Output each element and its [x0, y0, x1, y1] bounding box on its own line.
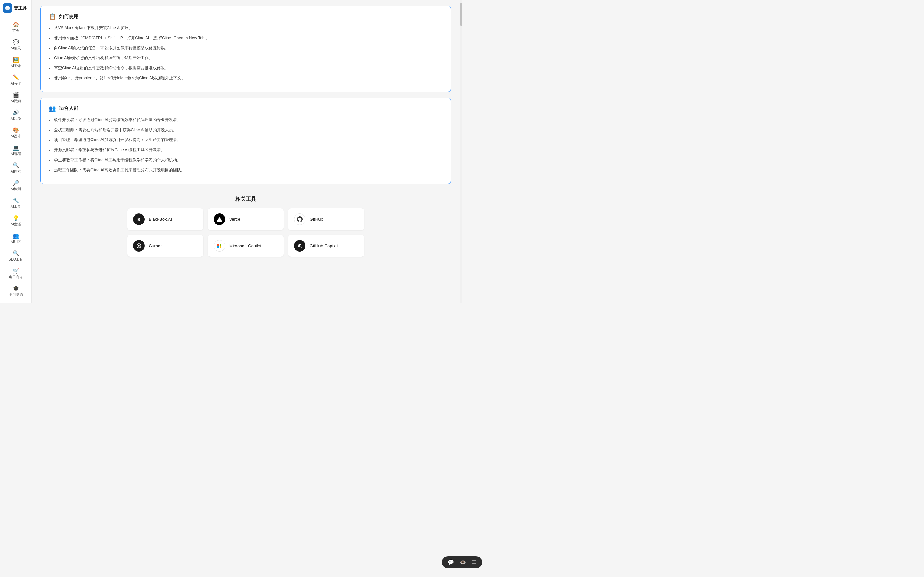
tool-name-github: GitHub: [310, 217, 323, 222]
sidebar-item-ai-image[interactable]: 🖼️ AI图像: [2, 54, 30, 71]
target-audience-list: 软件开发者：寻求通过Cline AI提高编码效率和代码质量的专业开发者。 全栈工…: [49, 116, 443, 174]
list-item: Cline AI会分析您的文件结构和源代码，然后开始工作。: [49, 55, 443, 61]
audio-icon: 🔊: [13, 110, 19, 115]
learning-icon: 🎓: [13, 286, 19, 291]
logo-icon: [3, 3, 12, 13]
sidebar-item-ai-life[interactable]: 💡 AI生活: [2, 213, 30, 230]
list-item: 审查Cline AI提出的文件更改和终端命令，根据需要批准或修改。: [49, 64, 443, 71]
scrollbar-track[interactable]: [460, 0, 462, 303]
list-item: 远程工作团队：需要Cline AI高效协作工具来管理分布式开发项目的团队。: [49, 167, 443, 174]
sidebar-item-label: AI搜索: [11, 169, 21, 174]
tool-logo-github: [294, 213, 305, 225]
sidebar-item-home[interactable]: 🏠 首页: [2, 19, 30, 36]
list-item: 从VS Marketplace下载并安装Cline AI扩展。: [49, 24, 443, 31]
svg-rect-8: [215, 242, 223, 250]
home-icon: 🏠: [13, 22, 19, 27]
how-to-use-list: 从VS Marketplace下载并安装Cline AI扩展。 使用命令面板（C…: [49, 24, 443, 82]
tool-card-github-copilot[interactable]: GitHub Copilot: [288, 235, 364, 257]
tool-card-cursor[interactable]: Cursor: [128, 235, 203, 257]
list-item: 全栈工程师：需要在前端和后端开发中获得Cline AI辅助的开发人员。: [49, 127, 443, 134]
sidebar-item-label: AI设计: [11, 134, 21, 139]
scrollbar-thumb[interactable]: [460, 3, 462, 26]
sidebar-item-label: 学习资源: [9, 292, 23, 297]
tool-logo-ms-copilot: [214, 240, 225, 251]
how-to-use-icon: 📋: [49, 13, 56, 20]
tool-card-blackbox[interactable]: B BlackBox.AI: [128, 208, 203, 230]
main-content: 📋 如何使用 从VS Marketplace下载并安装Cline AI扩展。 使…: [32, 0, 460, 303]
life-icon: 💡: [13, 216, 19, 221]
sidebar-item-ai-coding[interactable]: 💻 AI编程: [2, 142, 30, 159]
sidebar-item-ai-search[interactable]: 🔍 AI搜索: [2, 160, 30, 177]
tool-name-cursor: Cursor: [149, 243, 162, 248]
tool-name-vercel: Vercel: [229, 217, 241, 222]
svg-text:B: B: [137, 217, 141, 222]
sidebar-item-label: AI音频: [11, 116, 21, 121]
list-item: 软件开发者：寻求通过Cline AI提高编码效率和代码质量的专业开发者。: [49, 116, 443, 124]
sidebar-item-ai-chat[interactable]: 💬 AI聊天: [2, 37, 30, 54]
community-icon: 👥: [13, 233, 19, 238]
target-audience-title: 👥 适合人群: [49, 105, 443, 112]
sidebar-item-label: AI图像: [11, 63, 21, 68]
video-icon: 🎬: [13, 92, 19, 98]
tools-grid: B BlackBox.AI Vercel: [128, 208, 364, 257]
tools-icon: 🔧: [13, 198, 19, 203]
chat-icon: 💬: [13, 40, 19, 45]
target-audience-icon: 👥: [49, 105, 56, 112]
related-tools-section: 相关工具 B BlackBox.AI: [40, 190, 451, 263]
list-item: 学生和教育工作者：将Cline AI工具用于编程教学和学习的个人和机构。: [49, 157, 443, 164]
sidebar-item-label: AI视频: [11, 99, 21, 103]
sidebar-item-ai-writing[interactable]: ✏️ AI写作: [2, 72, 30, 89]
sidebar-item-label: AI检测: [11, 187, 21, 192]
coding-icon: 💻: [13, 145, 19, 150]
tool-name-github-copilot: GitHub Copilot: [310, 243, 338, 248]
tool-card-ms-copilot[interactable]: Microsoft Copilot: [208, 235, 284, 257]
sidebar-item-label: AI聊天: [11, 46, 21, 51]
sidebar: 壹工具 🏠 首页 💬 AI聊天 🖼️ AI图像 ✏️ AI写作 🎬 AI视频 🔊…: [0, 0, 32, 303]
svg-point-7: [138, 245, 140, 247]
sidebar-item-label: SEO工具: [9, 257, 23, 262]
list-item: 开源贡献者：希望参与改进和扩展Cline AI编程工具的开发者。: [49, 147, 443, 153]
tool-card-vercel[interactable]: Vercel: [208, 208, 284, 230]
sidebar-item-seo-tools[interactable]: 🔍 SEO工具: [2, 248, 30, 265]
sidebar-item-label: AI社区: [11, 239, 21, 244]
sidebar-item-ai-detect[interactable]: 🔎 AI检测: [2, 177, 30, 195]
sidebar-item-ai-video[interactable]: 🎬 AI视频: [2, 89, 30, 106]
list-item: 使用命令面板（CMD/CTRL + Shift + P）打开Cline AI，选…: [49, 35, 443, 42]
sidebar-item-label: AI写作: [11, 81, 21, 86]
image-icon: 🖼️: [13, 57, 19, 62]
related-tools-title: 相关工具: [40, 196, 451, 203]
sidebar-logo: 壹工具: [0, 0, 31, 16]
list-item: 向Cline AI输入您的任务，可以添加图像来转换模型或修复错误。: [49, 45, 443, 52]
list-item: 项目经理：希望通过Cline AI加速项目开发和提高团队生产力的管理者。: [49, 137, 443, 143]
sidebar-item-label: AI工具: [11, 204, 21, 209]
seo-icon: 🔍: [13, 251, 19, 256]
sidebar-item-learning[interactable]: 🎓 学习资源: [2, 283, 30, 300]
sidebar-item-ai-audio[interactable]: 🔊 AI音频: [2, 107, 30, 124]
how-to-use-card: 📋 如何使用 从VS Marketplace下载并安装Cline AI扩展。 使…: [40, 6, 451, 92]
sidebar-item-ecommerce[interactable]: 🛒 电子商务: [2, 266, 30, 282]
sidebar-item-ai-community[interactable]: 👥 AI社区: [2, 230, 30, 247]
sidebar-item-ai-design[interactable]: 🎨 AI设计: [2, 125, 30, 142]
target-audience-card: 👥 适合人群 软件开发者：寻求通过Cline AI提高编码效率和代码质量的专业开…: [40, 98, 451, 184]
writing-icon: ✏️: [13, 75, 19, 80]
tool-logo-cursor: [133, 240, 145, 251]
sidebar-item-ai-tools[interactable]: 🔧 AI工具: [2, 195, 30, 212]
how-to-use-title: 📋 如何使用: [49, 13, 443, 20]
svg-point-11: [299, 245, 299, 245]
tool-logo-github-copilot: [294, 240, 305, 251]
sidebar-item-label: 电子商务: [9, 275, 23, 280]
sidebar-nav: 🏠 首页 💬 AI聊天 🖼️ AI图像 ✏️ AI写作 🎬 AI视频 🔊 AI音…: [0, 16, 31, 303]
design-icon: 🎨: [13, 127, 19, 133]
tool-name-blackbox: BlackBox.AI: [149, 217, 172, 222]
search-icon: 🔍: [13, 163, 19, 168]
tool-logo-blackbox: B: [133, 213, 145, 225]
sidebar-item-label: 首页: [13, 28, 19, 33]
list-item: 使用@url、@problems、@file和@folder命令为Cline A…: [49, 75, 443, 82]
sidebar-item-label: AI生活: [11, 222, 21, 227]
tool-logo-vercel: [214, 213, 225, 225]
logo-text: 壹工具: [14, 5, 27, 11]
sidebar-item-label: AI编程: [11, 152, 21, 156]
tool-card-github[interactable]: GitHub: [288, 208, 364, 230]
detect-icon: 🔎: [13, 180, 19, 185]
ecommerce-icon: 🛒: [13, 268, 19, 274]
